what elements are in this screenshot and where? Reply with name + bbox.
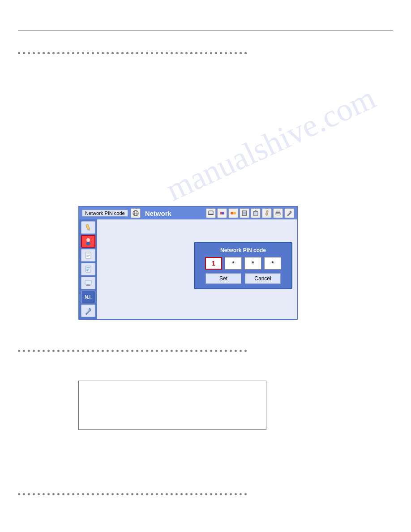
pin-inputs-row <box>199 257 287 270</box>
titlebar-icon-rgb[interactable] <box>228 208 238 218</box>
titlebar-icon-frame[interactable] <box>240 208 249 218</box>
dotted-line-bottom <box>18 493 393 495</box>
dotted-line-middle <box>18 349 393 352</box>
bottom-text-box <box>78 381 266 430</box>
svg-marker-12 <box>253 210 258 212</box>
title-bar: Network PIN code Network <box>79 207 297 219</box>
svg-rect-16 <box>276 211 280 212</box>
svg-marker-14 <box>266 215 267 216</box>
titlebar-icon-pen[interactable] <box>262 208 272 218</box>
projector-ui-container: Network PIN code Network <box>78 206 302 320</box>
pin-input-3[interactable] <box>244 257 261 270</box>
svg-rect-10 <box>243 212 246 215</box>
svg-point-7 <box>231 212 233 215</box>
titlebar-icon-wrench[interactable] <box>284 208 294 218</box>
sidebar-icon-tool[interactable] <box>81 305 95 317</box>
svg-rect-13 <box>265 210 268 215</box>
watermark: manualshive.com <box>160 79 381 209</box>
svg-point-8 <box>233 212 236 215</box>
sidebar-icon-network-computer[interactable] <box>81 277 95 289</box>
dotted-line-top <box>18 51 393 54</box>
sidebar-icon-pencil[interactable] <box>81 221 95 234</box>
projector-ui: Network PIN code Network <box>78 206 298 320</box>
svg-rect-3 <box>209 211 213 214</box>
set-button[interactable]: Set <box>206 273 241 284</box>
svg-rect-11 <box>253 212 258 215</box>
svg-rect-17 <box>276 214 280 215</box>
svg-point-21 <box>86 242 90 245</box>
left-sidebar: N.I. <box>79 219 97 319</box>
pin-dialog-title: Network PIN code <box>199 247 287 253</box>
svg-rect-30 <box>85 280 91 284</box>
titlebar-icon-globe[interactable] <box>131 208 141 218</box>
titlebar-icon-laptop[interactable] <box>206 208 216 218</box>
cancel-button[interactable]: Cancel <box>245 273 281 284</box>
content-area: N.I. Network PIN code <box>79 219 297 319</box>
pin-code-dialog: Network PIN code Set Cancel <box>194 242 292 289</box>
svg-point-33 <box>86 313 87 315</box>
svg-rect-32 <box>86 285 90 286</box>
sidebar-icon-doc2[interactable] <box>81 263 95 275</box>
svg-rect-4 <box>208 214 214 215</box>
sidebar-icon-person[interactable] <box>81 235 95 248</box>
titlebar-right-icons <box>206 208 294 218</box>
sidebar-icon-doc1[interactable] <box>81 249 95 262</box>
pin-input-1[interactable] <box>205 257 222 270</box>
titlebar-icon-box[interactable] <box>251 208 261 218</box>
main-panel: Network PIN code Set Cancel <box>97 219 297 319</box>
svg-point-20 <box>86 238 90 242</box>
svg-point-6 <box>222 212 224 215</box>
svg-rect-31 <box>87 284 90 285</box>
pin-buttons-row: Set Cancel <box>199 273 287 284</box>
sidebar-icon-ni[interactable]: N.I. <box>81 291 95 303</box>
top-rule <box>18 30 393 31</box>
pin-input-2[interactable] <box>225 257 242 270</box>
pin-input-4[interactable] <box>264 257 281 270</box>
titlebar-label: Network PIN code <box>82 210 128 217</box>
titlebar-icon-printer[interactable] <box>273 208 283 218</box>
svg-rect-18 <box>86 224 90 230</box>
titlebar-icon-colors[interactable] <box>217 208 227 218</box>
network-title-text: Network <box>145 210 171 217</box>
